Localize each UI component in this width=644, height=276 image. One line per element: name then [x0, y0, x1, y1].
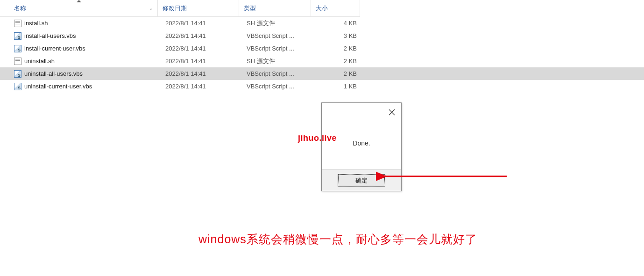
- vbs-file-icon: [14, 32, 21, 40]
- file-name: uninstall-all-users.vbs: [24, 70, 165, 77]
- column-header-row: 名称 ⌄ 修改日期 类型 大小: [0, 0, 644, 17]
- vbs-file-icon: [14, 45, 21, 52]
- file-date: 2022/8/1 14:41: [165, 32, 247, 39]
- close-button[interactable]: [387, 108, 396, 117]
- ok-button[interactable]: 确定: [338, 174, 385, 186]
- column-date-label: 修改日期: [163, 4, 187, 13]
- sh-file-icon: [14, 58, 21, 65]
- file-type: VBScript Script ...: [247, 70, 318, 77]
- file-type: VBScript Script ...: [247, 45, 318, 52]
- chevron-down-icon[interactable]: ⌄: [149, 6, 153, 11]
- file-date: 2022/8/1 14:41: [165, 58, 247, 65]
- file-type: VBScript Script ...: [247, 32, 318, 39]
- dialog-message: Done.: [322, 139, 401, 147]
- file-row[interactable]: install-current-user.vbs2022/8/1 14:41VB…: [0, 42, 644, 55]
- column-type-label: 类型: [244, 4, 256, 13]
- file-type: VBScript Script ...: [247, 83, 318, 90]
- column-header-date[interactable]: 修改日期: [158, 0, 239, 17]
- sh-file-icon: [14, 20, 21, 27]
- file-size: 4 KB: [318, 20, 365, 27]
- file-row[interactable]: uninstall-current-user.vbs2022/8/1 14:41…: [0, 80, 644, 93]
- dialog-footer: 确定: [322, 169, 401, 191]
- file-explorer-list: 名称 ⌄ 修改日期 类型 大小 install.sh2022/8/1 14:41…: [0, 0, 644, 93]
- file-name: uninstall-current-user.vbs: [24, 83, 165, 90]
- file-size: 3 KB: [318, 32, 365, 39]
- file-size: 1 KB: [318, 83, 365, 90]
- file-type: SH 源文件: [247, 57, 318, 65]
- file-date: 2022/8/1 14:41: [165, 20, 247, 27]
- column-header-type[interactable]: 类型: [239, 0, 311, 17]
- column-header-name[interactable]: 名称 ⌄: [0, 0, 158, 17]
- file-size: 2 KB: [318, 45, 365, 52]
- file-row[interactable]: uninstall.sh2022/8/1 14:41SH 源文件2 KB: [0, 55, 644, 67]
- file-row[interactable]: install.sh2022/8/1 14:41SH 源文件4 KB: [0, 17, 644, 29]
- file-name: install-all-users.vbs: [24, 32, 165, 39]
- column-header-size[interactable]: 大小: [311, 0, 360, 17]
- vbs-file-icon: [14, 83, 21, 90]
- file-size: 2 KB: [318, 58, 365, 65]
- file-name: install-current-user.vbs: [24, 45, 165, 52]
- file-row[interactable]: uninstall-all-users.vbs2022/8/1 14:41VBS…: [0, 67, 644, 80]
- message-dialog: Done. 确定: [321, 102, 402, 191]
- column-size-label: 大小: [316, 4, 355, 13]
- file-size: 2 KB: [318, 70, 365, 77]
- file-name: uninstall.sh: [24, 58, 165, 65]
- vbs-file-icon: [14, 70, 21, 78]
- file-type: SH 源文件: [247, 19, 318, 28]
- file-name: install.sh: [24, 20, 165, 27]
- sort-ascending-icon: [77, 0, 81, 2]
- file-date: 2022/8/1 14:41: [165, 45, 247, 52]
- file-date: 2022/8/1 14:41: [165, 83, 247, 90]
- file-row[interactable]: install-all-users.vbs2022/8/1 14:41VBScr…: [0, 29, 644, 42]
- file-date: 2022/8/1 14:41: [165, 70, 247, 77]
- ok-button-label: 确定: [355, 176, 368, 185]
- column-name-label: 名称: [14, 4, 26, 13]
- annotation-text: windows系统会稍微慢一点，耐心多等一会儿就好了: [198, 232, 477, 247]
- close-icon: [389, 109, 395, 116]
